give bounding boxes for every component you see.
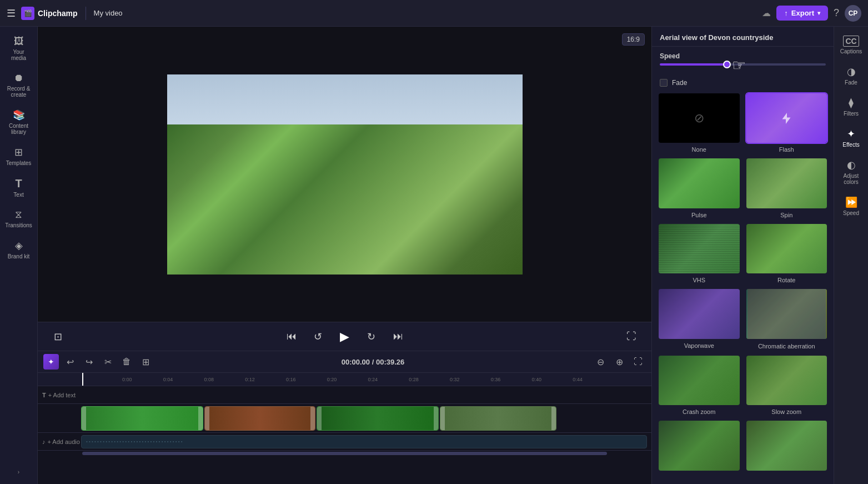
effect-item-vaporwave[interactable]: Vaporwave — [658, 288, 741, 350]
effect-thumbnail-bottom1[interactable] — [658, 420, 741, 471]
effect-thumbnail-flash[interactable] — [745, 92, 829, 144]
effect-thumbnail-bottom2[interactable] — [745, 420, 829, 471]
sidebar-item-brand-kit[interactable]: ◈ Brand kit — [3, 235, 35, 264]
effect-item-crash-zoom[interactable]: Crash zoom — [658, 355, 741, 415]
right-icon-effects[interactable]: ✦ Effects — [836, 123, 866, 152]
effect-item-none[interactable]: ⊘ None — [658, 92, 741, 153]
rewind-button[interactable]: ↺ — [309, 328, 327, 346]
timeline-scrollbar-area — [38, 452, 651, 457]
time-total: 00:39.26 — [376, 358, 404, 366]
clip-4[interactable] — [440, 406, 556, 431]
clip-handle-right-1[interactable] — [198, 407, 203, 430]
effect-thumbnail-spin[interactable] — [745, 157, 829, 209]
add-text-button[interactable]: + Add text — [48, 392, 76, 398]
add-audio-button[interactable]: + Add audio — [48, 438, 80, 445]
left-sidebar: 🖼 Your media ⏺ Record &create 📚 Contentl… — [0, 27, 38, 484]
right-icon-fade[interactable]: ◑ Fade — [836, 61, 866, 90]
effect-item-bottom1[interactable] — [658, 420, 741, 473]
effect-item-rotate[interactable]: Rotate — [745, 223, 829, 283]
effect-thumbnail-pulse[interactable] — [658, 157, 741, 209]
avatar[interactable]: CP — [845, 5, 861, 22]
effect-thumbnail-vaporwave[interactable] — [658, 288, 741, 340]
effect-label-vaporwave: Vaporwave — [658, 342, 741, 349]
play-pause-button[interactable]: ▶ — [336, 328, 354, 346]
effect-item-pulse[interactable]: Pulse — [658, 157, 741, 218]
effect-thumbnail-none[interactable]: ⊘ — [658, 92, 741, 144]
clip-2[interactable] — [204, 406, 315, 431]
undo-button[interactable]: ↩ — [62, 354, 78, 370]
cut-button[interactable]: ✂ — [100, 354, 116, 370]
skip-back-button[interactable]: ⏮ — [283, 328, 300, 346]
fast-forward-button[interactable]: ↻ — [363, 328, 380, 346]
skip-forward-button[interactable]: ⏭ — [389, 328, 407, 346]
clip-1[interactable] — [81, 406, 203, 431]
effect-item-vhs[interactable]: VHS — [658, 223, 741, 283]
clip-handle-left-4[interactable] — [440, 407, 445, 430]
right-panel: Aerial view of Devon countryside Speed ☞… — [651, 27, 868, 484]
playhead[interactable] — [82, 373, 83, 386]
video-title[interactable]: My video — [94, 9, 123, 17]
clip-handle-left-1[interactable] — [82, 407, 86, 430]
clip-3[interactable] — [317, 406, 439, 431]
aspect-ratio-badge[interactable]: 16:9 — [622, 33, 645, 46]
effect-thumbnail-vhs[interactable] — [658, 223, 741, 275]
help-icon[interactable]: ? — [834, 7, 839, 19]
sidebar-item-content-library[interactable]: 📚 Contentlibrary — [3, 104, 35, 139]
timeline-scrollbar-thumb[interactable] — [82, 452, 607, 455]
delete-button[interactable]: 🗑 — [119, 354, 134, 370]
video-preview: 16:9 — [38, 27, 651, 322]
time-separator: / — [372, 358, 376, 366]
effect-visual-vaporwave — [659, 289, 740, 338]
sidebar-item-your-media[interactable]: 🖼 Your media — [3, 31, 35, 66]
sidebar-expand-btn[interactable]: › — [3, 465, 35, 480]
effect-visual-chromatic — [746, 289, 827, 338]
speed-slider[interactable]: ☞ — [660, 63, 826, 66]
clip-handle-left-2[interactable] — [205, 407, 209, 430]
sidebar-item-record[interactable]: ⏺ Record &create — [3, 68, 35, 102]
add-to-timeline-button[interactable]: ⊞ — [138, 354, 153, 370]
right-icon-captions[interactable]: CC Captions — [836, 31, 866, 59]
text-track-label: T + Add text — [42, 392, 81, 398]
zoom-out-button[interactable]: ⊖ — [593, 354, 608, 370]
clip-handle-left-3[interactable] — [317, 407, 322, 430]
right-icon-filters[interactable]: ⧫ Filters — [836, 92, 866, 121]
clip-handle-right-4[interactable] — [551, 407, 556, 430]
effect-item-slow-zoom[interactable]: Slow zoom — [745, 355, 829, 415]
video-track — [38, 404, 651, 433]
effect-thumbnail-rotate[interactable] — [745, 223, 829, 275]
fade-checkbox[interactable] — [660, 79, 668, 87]
effect-item-spin[interactable]: Spin — [745, 157, 829, 218]
sidebar-item-transitions[interactable]: ⧖ Transitions — [3, 204, 35, 233]
add-audio-label: + Add audio — [48, 438, 80, 445]
menu-icon[interactable]: ☰ — [7, 7, 16, 19]
effect-thumbnail-slow-zoom[interactable] — [745, 355, 829, 406]
export-button[interactable]: ↑ Export ▾ — [776, 6, 828, 21]
right-icon-adjust-colors[interactable]: ◐ Adjust colors — [836, 154, 866, 189]
clip-handle-right-3[interactable] — [434, 407, 438, 430]
right-icon-speed[interactable]: ⏩ Speed — [836, 192, 866, 221]
fullscreen-button[interactable]: ⛶ — [623, 328, 640, 346]
effect-thumbnail-chromatic-aberration[interactable] — [745, 288, 829, 340]
sidebar-item-templates[interactable]: ⊞ Templates — [3, 142, 35, 171]
cloud-icon: ☁ — [762, 8, 771, 18]
effect-visual-rotate — [746, 224, 827, 273]
zoom-in-button[interactable]: ⊕ — [611, 354, 627, 370]
speed-slider-thumb[interactable]: ☞ — [723, 61, 731, 68]
redo-button[interactable]: ↪ — [81, 354, 97, 370]
speed-label-text: Speed — [660, 52, 680, 60]
audio-waveform: • • • • • • • • • • • • • • • • • • • • … — [81, 435, 647, 448]
center-area: 16:9 ⊡ ⏮ ↺ ▶ ↻ ⏭ ⛶ — [38, 27, 651, 484]
captions-toggle-button[interactable]: ⊡ — [49, 328, 67, 346]
fullscreen-timeline-button[interactable]: ⛶ — [630, 354, 646, 370]
magic-button[interactable]: ✦ — [43, 354, 59, 370]
audio-track-label: ♪ + Add audio — [42, 438, 81, 445]
audio-track-icon: ♪ — [42, 438, 46, 445]
effect-item-flash[interactable]: Flash — [745, 92, 829, 153]
effect-item-chromatic-aberration[interactable]: Chromatic aberration — [745, 288, 829, 350]
effect-thumbnail-crash-zoom[interactable] — [658, 355, 741, 406]
sidebar-item-text[interactable]: T Text — [3, 173, 35, 202]
effect-item-bottom2[interactable] — [745, 420, 829, 473]
ruler-mark: 0:40 — [531, 377, 572, 382]
clip-handle-right-2[interactable] — [310, 407, 315, 430]
video-frame — [167, 74, 523, 275]
